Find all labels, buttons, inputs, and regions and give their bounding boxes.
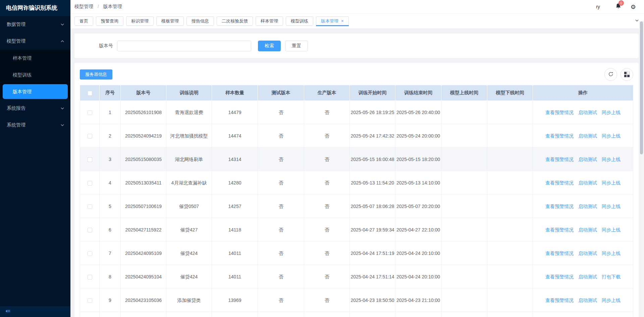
action-link[interactable]: 同步上线	[602, 227, 621, 232]
table-cell	[441, 265, 487, 288]
reset-button[interactable]: 重置	[285, 41, 308, 51]
action-link[interactable]: 查看预警情况	[545, 110, 574, 115]
table-cell	[487, 101, 533, 124]
table-cell	[258, 312, 304, 317]
username[interactable]: ry	[596, 4, 600, 9]
column-header: 生产版本	[304, 85, 350, 101]
action-link[interactable]: 查看预警情况	[545, 133, 574, 139]
table-cell	[350, 312, 395, 317]
table-cell	[487, 288, 533, 312]
table-row-partial	[80, 312, 633, 317]
action-link[interactable]: 查看预警情况	[545, 251, 574, 256]
tab-label: 模板管理	[161, 18, 179, 23]
sidebar-collapse-icon[interactable]	[5, 309, 10, 315]
sidebar-item-data-management[interactable]: 数据管理	[0, 16, 70, 33]
action-link[interactable]: 启动测试	[578, 298, 597, 303]
action-link[interactable]: 同步上线	[602, 251, 621, 256]
table-cell: 20250515080035	[121, 148, 166, 171]
action-link[interactable]: 启动测试	[578, 133, 597, 139]
sidebar-item-system-report[interactable]: 系统报告	[0, 100, 70, 117]
server-info-button[interactable]: 服务器信息	[80, 69, 112, 80]
row-checkbox[interactable]	[88, 204, 92, 209]
action-link[interactable]: 查看预警情况	[545, 298, 574, 303]
action-link[interactable]: 同步上线	[602, 298, 621, 303]
tabs-overflow-chevron-icon[interactable]	[635, 18, 639, 24]
table-row: 120250526101908青海退款退费14479否否2025-05-26 1…	[80, 101, 633, 124]
column-header: 操作	[533, 85, 633, 101]
sidebar-item-system-management[interactable]: 系统管理	[0, 117, 70, 134]
tab-label: 版本管理	[321, 18, 338, 23]
action-link[interactable]: 同步上线	[602, 204, 621, 209]
table-cell: 2025-05-07 20:20:00	[395, 195, 441, 218]
row-checkbox[interactable]	[88, 228, 92, 232]
action-link[interactable]: 查看预警情况	[545, 180, 574, 186]
tab-item[interactable]: 模型训练	[286, 16, 313, 26]
action-link[interactable]: 启动测试	[578, 274, 597, 279]
tab-item[interactable]: 标识管理	[126, 16, 154, 26]
actions-cell: 查看预警情况启动测试同步上线	[533, 148, 633, 171]
action-link[interactable]: 启动测试	[578, 204, 597, 209]
tab-list: 首页预警查询标识管理模板管理报告信息二次核验反馈样本管理模型训练版本管理×	[74, 16, 631, 26]
column-header: 版本号	[121, 85, 166, 101]
actions-cell: 查看预警情况启动测试同步上线	[533, 288, 633, 312]
row-checkbox[interactable]	[88, 298, 92, 303]
version-number-input[interactable]	[117, 41, 251, 51]
version-table: 序号版本号训练说明样本数量测试版本生产版本训练开始时间训练结束时间模型上线时间模…	[80, 85, 633, 317]
sidebar-item-model-management[interactable]: 模型管理	[0, 33, 70, 50]
action-link[interactable]: 同步上线	[602, 157, 621, 162]
row-checkbox[interactable]	[88, 275, 92, 279]
table-cell: 14118	[212, 218, 258, 242]
refresh-button[interactable]	[604, 68, 617, 81]
table-cell: 否	[258, 242, 304, 265]
breadcrumb-parent[interactable]: 模型管理	[74, 4, 93, 9]
tab-item[interactable]: 首页	[74, 16, 93, 26]
action-link[interactable]: 启动测试	[578, 157, 597, 162]
table-cell: 2025-05-26 20:40:00	[395, 101, 441, 124]
table-cell: 催贷427	[166, 218, 212, 242]
settings-gear-icon[interactable]: ⚙	[631, 3, 636, 10]
row-checkbox[interactable]	[88, 134, 92, 139]
action-link[interactable]: 打包下载	[602, 274, 621, 279]
tab-item[interactable]: 报告信息	[186, 16, 214, 26]
sidebar-item-model-training[interactable]: 模型训练	[0, 66, 70, 83]
row-checkbox[interactable]	[88, 157, 92, 162]
column-header: 测试版本	[258, 85, 304, 101]
action-link[interactable]: 查看预警情况	[545, 274, 574, 279]
sidebar-item-sample-management[interactable]: 样本管理	[0, 50, 70, 66]
action-link[interactable]: 查看预警情况	[545, 157, 574, 162]
action-link[interactable]: 查看预警情况	[545, 204, 574, 209]
sidebar-item-label: 模型管理	[7, 38, 25, 44]
tab-item[interactable]: 预警查询	[96, 16, 123, 26]
action-link[interactable]: 启动测试	[578, 110, 597, 115]
checkbox-cell	[80, 124, 100, 148]
notification-bell-icon[interactable]: 0	[615, 3, 621, 10]
action-link[interactable]: 同步上线	[602, 133, 621, 139]
action-link[interactable]: 启动测试	[578, 180, 597, 186]
table-cell: 2025-04-24 20:10:00	[395, 265, 441, 288]
toolbar-icons	[604, 68, 633, 81]
tab-item[interactable]: 版本管理×	[316, 16, 349, 26]
scrollbar-thumb[interactable]	[640, 21, 643, 154]
table-row: 4202505130354114月湖北查漏补缺14280否否2025-05-13…	[80, 171, 633, 195]
sidebar-item-label: 系统管理	[7, 122, 25, 128]
row-checkbox[interactable]	[88, 181, 92, 186]
vertical-scrollbar[interactable]	[639, 21, 644, 317]
table-cell: 7	[100, 242, 121, 265]
action-link[interactable]: 查看预警情况	[545, 227, 574, 232]
table-cell: 6	[100, 218, 121, 242]
sidebar-item-version-management[interactable]: 版本管理	[3, 84, 68, 99]
tab-item[interactable]: 模板管理	[156, 16, 184, 26]
row-checkbox[interactable]	[88, 251, 92, 256]
action-link[interactable]: 启动测试	[578, 251, 597, 256]
action-link[interactable]: 启动测试	[578, 227, 597, 232]
select-all-checkbox[interactable]	[88, 91, 92, 96]
action-link[interactable]: 同步上线	[602, 110, 621, 115]
column-settings-button[interactable]	[621, 68, 633, 81]
topbar-right: ry 0 ⚙	[596, 3, 636, 10]
tab-close-icon[interactable]: ×	[341, 18, 344, 23]
action-link[interactable]: 同步上线	[602, 180, 621, 186]
tab-item[interactable]: 样本管理	[256, 16, 283, 26]
tab-item[interactable]: 二次核验反馈	[217, 16, 253, 26]
search-button[interactable]: 检索	[258, 41, 281, 51]
row-checkbox[interactable]	[88, 110, 92, 115]
